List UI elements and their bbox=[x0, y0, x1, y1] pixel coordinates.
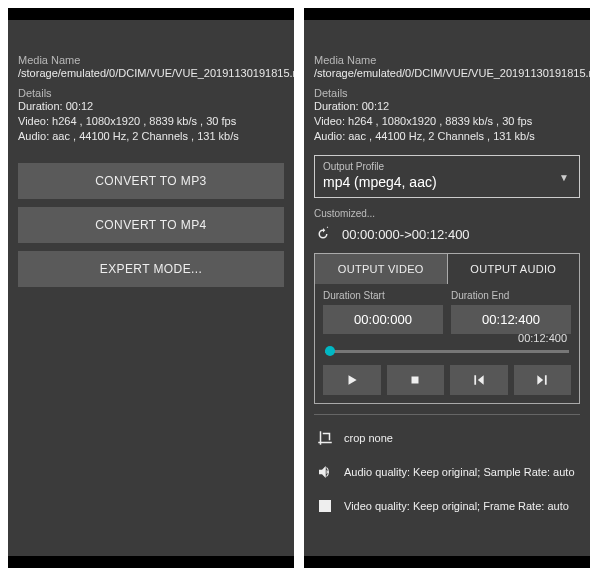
output-profile-value: mp4 (mpeg4, aac) bbox=[323, 174, 571, 190]
video-info: Video: h264 , 1080x1920 , 8839 kb/s , 30… bbox=[314, 114, 580, 129]
trim-slider[interactable] bbox=[325, 350, 569, 353]
timer-reset-icon[interactable] bbox=[314, 225, 332, 243]
details-label: Details bbox=[314, 87, 580, 99]
screen-left: Media Name /storage/emulated/0/DCIM/VUE/… bbox=[8, 20, 294, 556]
duration-value: Duration: 00:12 bbox=[18, 99, 284, 114]
duration-start-value[interactable]: 00:00:000 bbox=[323, 305, 443, 334]
duration-end-label: Duration End bbox=[451, 290, 571, 301]
speaker-icon bbox=[316, 463, 334, 481]
mark-end-button[interactable] bbox=[514, 365, 572, 395]
play-button[interactable] bbox=[323, 365, 381, 395]
output-profile-dropdown[interactable]: Output Profile mp4 (mpeg4, aac) ▼ bbox=[314, 155, 580, 198]
video-quality-option[interactable]: Video quality: Keep original; Frame Rate… bbox=[304, 489, 590, 523]
tab-output-video[interactable]: OUTPUT VIDEO bbox=[315, 254, 447, 284]
svg-rect-0 bbox=[412, 377, 419, 384]
media-path: /storage/emulated/0/DCIM/VUE/VUE_2019113… bbox=[18, 66, 284, 81]
tab-output-audio[interactable]: OUTPUT AUDIO bbox=[447, 254, 580, 284]
convert-mp3-button[interactable]: CONVERT TO MP3 bbox=[18, 163, 284, 199]
output-tabs-zone: OUTPUT VIDEO OUTPUT AUDIO Duration Start… bbox=[314, 253, 580, 404]
screen-right: Media Name /storage/emulated/0/DCIM/VUE/… bbox=[304, 20, 590, 556]
details-label: Details bbox=[18, 87, 284, 99]
crop-text: crop none bbox=[344, 431, 393, 445]
duration-start-label: Duration Start bbox=[323, 290, 443, 301]
video-info: Video: h264 , 1080x1920 , 8839 kb/s , 30… bbox=[18, 114, 284, 129]
audio-info: Audio: aac , 44100 Hz, 2 Channels , 131 … bbox=[314, 129, 580, 144]
image-icon bbox=[316, 497, 334, 515]
divider bbox=[314, 414, 580, 415]
customized-label: Customized... bbox=[314, 208, 580, 219]
video-quality-text: Video quality: Keep original; Frame Rate… bbox=[344, 499, 569, 513]
output-profile-label: Output Profile bbox=[323, 161, 571, 172]
crop-icon bbox=[316, 429, 334, 447]
phone-right: Media Name /storage/emulated/0/DCIM/VUE/… bbox=[304, 8, 590, 568]
media-name-label: Media Name bbox=[314, 54, 580, 66]
mark-start-button[interactable] bbox=[450, 365, 508, 395]
slider-total-time: 00:12:400 bbox=[325, 332, 569, 344]
slider-thumb[interactable] bbox=[325, 346, 335, 356]
convert-mp4-button[interactable]: CONVERT TO MP4 bbox=[18, 207, 284, 243]
expert-mode-button[interactable]: EXPERT MODE... bbox=[18, 251, 284, 287]
phone-left: Media Name /storage/emulated/0/DCIM/VUE/… bbox=[8, 8, 294, 568]
audio-quality-text: Audio quality: Keep original; Sample Rat… bbox=[344, 465, 575, 479]
audio-info: Audio: aac , 44100 Hz, 2 Channels , 131 … bbox=[18, 129, 284, 144]
duration-end-value[interactable]: 00:12:400 bbox=[451, 305, 571, 334]
stop-button[interactable] bbox=[387, 365, 445, 395]
audio-quality-option[interactable]: Audio quality: Keep original; Sample Rat… bbox=[304, 455, 590, 489]
chevron-down-icon: ▼ bbox=[559, 171, 569, 182]
media-name-label: Media Name bbox=[18, 54, 284, 66]
duration-value: Duration: 00:12 bbox=[314, 99, 580, 114]
media-path: /storage/emulated/0/DCIM/VUE/VUE_2019113… bbox=[314, 66, 580, 81]
time-range-value: 00:00:000->00:12:400 bbox=[342, 227, 470, 242]
crop-option[interactable]: crop none bbox=[304, 421, 590, 455]
